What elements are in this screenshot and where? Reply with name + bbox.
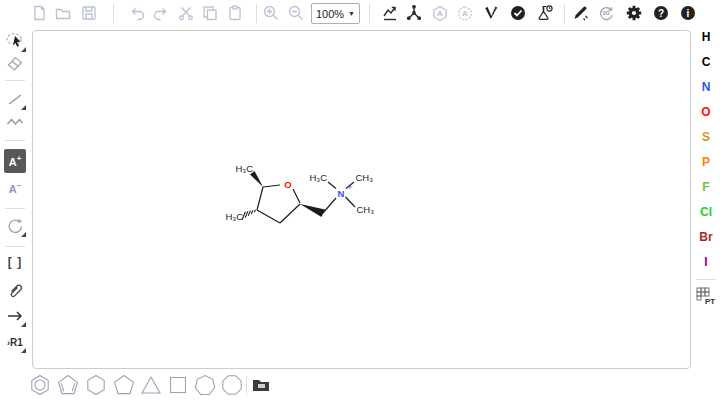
bond-c5-o[interactable] <box>263 185 280 187</box>
template-cyclopentadiene-button[interactable] <box>57 374 79 396</box>
bond-tool-button[interactable] <box>4 88 26 110</box>
aromatize-button[interactable]: A <box>430 3 450 23</box>
clean-up-button[interactable] <box>404 3 424 23</box>
charge-minus-icon: A− <box>9 181 22 195</box>
help-button[interactable]: ? <box>651 3 671 23</box>
cyclopentadiene-template-icon <box>57 374 79 396</box>
about-icon: i <box>679 4 697 22</box>
atom-button-f[interactable]: F <box>695 177 717 197</box>
atom-button-br[interactable]: Br <box>695 227 717 247</box>
atom-label-n-methyl-ne[interactable]: CH₃ <box>356 172 374 183</box>
zoom-in-button[interactable] <box>261 3 281 23</box>
bond-c5-c4[interactable] <box>257 187 263 210</box>
atom-button-o[interactable]: O <box>695 102 717 122</box>
template-cycloheptane-button[interactable] <box>194 374 216 396</box>
stereochemistry-icon <box>482 4 500 22</box>
dearomatize-button[interactable]: A <box>455 3 475 23</box>
viewer-3d-button[interactable]: 3D <box>596 3 616 23</box>
open-button[interactable] <box>53 3 73 23</box>
save-button[interactable] <box>79 3 99 23</box>
toolbar-separator <box>369 4 370 23</box>
atom-button-h[interactable]: H <box>695 27 717 47</box>
attachment-tool-button[interactable] <box>4 279 26 301</box>
template-cyclobutane-button[interactable] <box>167 374 189 396</box>
bond-c3-c2[interactable] <box>280 204 300 223</box>
charge-minus-button[interactable]: A− <box>4 177 26 199</box>
check-structure-button[interactable] <box>508 3 528 23</box>
atom-button-n[interactable]: N <box>695 77 717 97</box>
cyclohexane-template-icon <box>85 374 107 396</box>
rgroup-tool-button[interactable]: ›R1 <box>4 331 26 353</box>
paste-button[interactable] <box>225 3 245 23</box>
pencil-icon <box>571 4 589 22</box>
zoom-in-icon <box>262 4 280 22</box>
layout-icon <box>381 4 399 22</box>
layout-button[interactable] <box>380 3 400 23</box>
about-button[interactable]: i <box>678 3 698 23</box>
bond-n-ch3-nw[interactable] <box>328 182 336 189</box>
periodic-table-button[interactable]: PT <box>695 285 717 307</box>
template-library-button[interactable] <box>250 374 272 396</box>
atom-button-i[interactable]: I <box>695 252 717 272</box>
atom-label-n-methyl-nw[interactable]: H₃C <box>309 172 327 183</box>
pencil-button[interactable] <box>570 3 590 23</box>
template-cyclopropane-button[interactable] <box>140 374 162 396</box>
charge-plus-button[interactable]: A+ <box>4 149 26 173</box>
molecule-structure[interactable]: H₃C O H₃C N + H₃C CH₃ CH₃ <box>220 150 395 235</box>
atom-label: Br <box>699 230 712 244</box>
bond-ch2-n[interactable] <box>323 198 336 213</box>
template-cyclopentane-button[interactable] <box>113 374 135 396</box>
cyclobutane-template-icon <box>167 374 189 396</box>
aromatize-icon: A <box>431 4 449 22</box>
new-document-button[interactable] <box>29 3 49 23</box>
atom-label-n-methyl-se[interactable]: CH₃ <box>357 204 375 215</box>
dearomatize-icon: A <box>456 4 474 22</box>
bond-n-ch3-se[interactable] <box>346 197 356 207</box>
copy-icon <box>201 4 219 22</box>
single-bond-icon <box>5 89 25 109</box>
copy-button[interactable] <box>200 3 220 23</box>
atom-label: N <box>702 80 711 94</box>
atom-button-p[interactable]: P <box>695 152 717 172</box>
clean-up-icon <box>405 4 423 22</box>
chevron-down-icon: ▼ <box>348 10 355 17</box>
template-cyclooctane-button[interactable] <box>221 374 243 396</box>
zoom-level-dropdown[interactable]: 100% ▼ <box>311 3 360 24</box>
atom-label-oxygen[interactable]: O <box>284 179 291 190</box>
paste-icon <box>226 4 244 22</box>
cut-button[interactable] <box>176 3 196 23</box>
open-icon <box>54 4 72 22</box>
zoom-out-button[interactable] <box>286 3 306 23</box>
atom-label-methyl-top[interactable]: H₃C <box>235 163 253 174</box>
stereochemistry-button[interactable] <box>481 3 501 23</box>
cyclooctane-template-icon <box>221 374 243 396</box>
eraser-button[interactable] <box>4 52 26 74</box>
reaction-arrow-button[interactable] <box>4 305 26 327</box>
atom-button-c[interactable]: C <box>695 52 717 72</box>
bond-o-c2[interactable] <box>293 189 300 203</box>
lasso-select-button[interactable] <box>4 30 26 52</box>
hash-bond-c4-methyl[interactable] <box>242 210 255 220</box>
template-library-icon <box>251 375 271 395</box>
atom-button-cl[interactable]: Cl <box>695 202 717 222</box>
settings-button[interactable] <box>624 3 644 23</box>
atom-button-s[interactable]: S <box>695 127 717 147</box>
bond-c4-c3[interactable] <box>257 210 280 223</box>
chain-tool-button[interactable] <box>4 110 26 132</box>
cyclopentane-template-icon <box>113 374 135 396</box>
atom-label: F <box>702 180 709 194</box>
atom-label-nitrogen[interactable]: N <box>338 188 345 199</box>
template-cyclohexane-button[interactable] <box>85 374 107 396</box>
rotate-tool-button[interactable] <box>4 215 26 237</box>
help-icon: ? <box>652 4 670 22</box>
wedge-bond-c2-ch2[interactable] <box>300 204 325 217</box>
template-benzene-button[interactable] <box>29 374 51 396</box>
toolbar-separator <box>5 80 25 81</box>
calculated-values-button[interactable] <box>535 3 555 23</box>
atom-label: H <box>702 30 711 44</box>
sgroup-tool-button[interactable]: [ ] <box>4 251 26 273</box>
svg-text:3D: 3D <box>602 10 610 16</box>
redo-button[interactable] <box>151 3 171 23</box>
atom-label-methyl-left[interactable]: H₃C <box>225 211 243 222</box>
undo-button[interactable] <box>127 3 147 23</box>
